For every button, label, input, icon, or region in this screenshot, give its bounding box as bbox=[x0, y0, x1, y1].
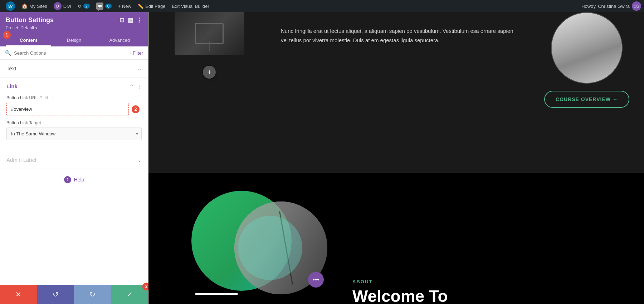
course-overview-button[interactable]: COURSE OVERVIEW → bbox=[544, 91, 629, 108]
tab-content[interactable]: 1 Content bbox=[6, 34, 51, 46]
cancel-button[interactable]: ✕ bbox=[0, 285, 37, 304]
add-element-button[interactable]: + bbox=[203, 66, 216, 79]
admin-label-chevron-icon: ⌄ bbox=[137, 157, 142, 163]
redo-icon: ↻ bbox=[89, 290, 96, 299]
url-help-icon[interactable]: ? bbox=[40, 95, 42, 100]
step-2-badge: 2 bbox=[132, 105, 140, 113]
about-label: ABOUT bbox=[352, 279, 630, 284]
undo-icon: ↺ bbox=[53, 290, 59, 299]
my-sites-item[interactable]: 🏠 My Sites bbox=[19, 0, 50, 12]
filter-button[interactable]: + Filter bbox=[129, 50, 143, 56]
circle-image-1 bbox=[551, 12, 623, 84]
tab-design-label: Design bbox=[67, 38, 81, 43]
divi-icon: D bbox=[54, 2, 62, 10]
admin-label-title: Admin Label bbox=[6, 157, 36, 163]
tab-design[interactable]: Design bbox=[51, 34, 97, 46]
sidebar-title-icons: ⊡ ▦ ⋮ bbox=[119, 17, 142, 24]
wordpress-logo-item[interactable]: W bbox=[3, 0, 18, 12]
link-more-icon[interactable]: ⋮ bbox=[137, 84, 142, 89]
admin-label-section: Admin Label ⌄ bbox=[0, 151, 148, 169]
link-section-actions: ⌃ ⋮ bbox=[130, 84, 142, 89]
exit-vb-label: Exit Visual Builder bbox=[172, 4, 209, 9]
url-reset-icon[interactable]: ↺ bbox=[44, 95, 48, 101]
search-bar: 🔍 + Filter bbox=[0, 46, 148, 60]
link-section-header[interactable]: Link ⌃ ⋮ bbox=[0, 78, 148, 95]
avatar[interactable]: CG bbox=[632, 1, 641, 11]
help-section[interactable]: ? Help bbox=[0, 169, 148, 190]
preset-label: Preset: Default bbox=[6, 25, 34, 30]
wp-admin-bar: W 🏠 My Sites D Divi ↻ 2 💬 0 + New ✏️ Edi… bbox=[0, 0, 644, 12]
main-layout: Button Settings ⊡ ▦ ⋮ Preset: Default ▾ … bbox=[0, 12, 644, 304]
redo-button[interactable]: ↻ bbox=[74, 285, 111, 304]
circle-img-inner bbox=[552, 13, 622, 83]
layout-icon[interactable]: ▦ bbox=[128, 17, 133, 24]
new-label: + New bbox=[118, 4, 131, 9]
help-circle-icon: ? bbox=[64, 176, 71, 183]
overlap-teal bbox=[238, 216, 302, 280]
step-1-badge: 1 bbox=[3, 31, 11, 39]
url-input[interactable] bbox=[7, 103, 128, 115]
copy-icon[interactable]: ⊡ bbox=[119, 17, 124, 24]
search-icon: 🔍 bbox=[5, 50, 11, 56]
undo-button[interactable]: ↺ bbox=[37, 285, 74, 304]
more-vert-icon[interactable]: ⋮ bbox=[137, 17, 142, 24]
link-section: Link ⌃ ⋮ Button Link URL ? ↺ ⋮ bbox=[0, 78, 148, 151]
link-target-select[interactable]: In The Same Window In The New Tab bbox=[6, 128, 142, 140]
canvas-right: COURSE OVERVIEW → bbox=[530, 12, 644, 173]
howdy-label: Howdy, Christina Gwira bbox=[581, 4, 630, 9]
admin-bar-right: Howdy, Christina Gwira CG bbox=[581, 1, 641, 11]
welcome-title: Welcome To bbox=[352, 287, 630, 304]
button-link-url-group: Button Link URL ? ↺ ⋮ 2 bbox=[6, 95, 142, 115]
headphone-image bbox=[175, 12, 244, 55]
cancel-icon: ✕ bbox=[15, 290, 21, 299]
sidebar: Button Settings ⊡ ▦ ⋮ Preset: Default ▾ … bbox=[0, 12, 148, 304]
comment-bubble-icon: 💬 bbox=[96, 3, 103, 10]
sidebar-header: Button Settings ⊡ ▦ ⋮ Preset: Default ▾ … bbox=[0, 12, 148, 46]
divi-label: Divi bbox=[63, 4, 71, 9]
canvas-left: + bbox=[148, 12, 270, 173]
button-link-target-label-text: Button Link Target bbox=[6, 120, 41, 125]
more-options-button[interactable]: ••• bbox=[308, 272, 324, 288]
exit-vb-item[interactable]: Exit Visual Builder bbox=[169, 0, 212, 12]
save-button[interactable]: ✓ 3 bbox=[111, 285, 148, 304]
section1-body-text: Nunc fringilla erat ut lectus aliquet, a… bbox=[281, 26, 519, 45]
url-input-wrapper bbox=[6, 103, 129, 115]
text-section: Text ⌄ bbox=[0, 60, 148, 78]
link-collapse-icon[interactable]: ⌃ bbox=[130, 84, 134, 89]
canvas-section-1: + Nunc fringilla erat ut lectus aliquet,… bbox=[148, 12, 644, 173]
filter-label: + Filter bbox=[129, 50, 143, 56]
canvas-section-2-right: ABOUT Welcome To bbox=[345, 173, 644, 304]
edit-page-item[interactable]: ✏️ Edit Page bbox=[135, 0, 168, 12]
progress-bar bbox=[195, 293, 238, 295]
tab-advanced[interactable]: Advanced bbox=[97, 34, 142, 46]
updates-item[interactable]: ↻ 2 bbox=[75, 0, 93, 12]
save-icon: ✓ bbox=[127, 290, 133, 299]
canvas: + Nunc fringilla erat ut lectus aliquet,… bbox=[148, 12, 644, 304]
url-more-icon[interactable]: ⋮ bbox=[50, 95, 55, 101]
search-input[interactable] bbox=[14, 50, 126, 56]
link-section-title: Link bbox=[6, 83, 18, 89]
comments-count: 2 bbox=[83, 4, 90, 9]
text-chevron-icon: ⌄ bbox=[137, 66, 142, 71]
headphone-visual bbox=[175, 12, 244, 55]
button-link-url-label: Button Link URL ? ↺ ⋮ bbox=[6, 95, 142, 101]
comment-count-label: 0 bbox=[105, 4, 112, 9]
edit-page-label: Edit Page bbox=[145, 4, 165, 9]
dark-section: + Nunc fringilla erat ut lectus aliquet,… bbox=[148, 12, 644, 173]
text-section-title: Text bbox=[6, 65, 16, 71]
tab-content-label: Content bbox=[20, 38, 37, 43]
button-link-url-label-text: Button Link URL bbox=[6, 95, 38, 100]
divi-item[interactable]: D Divi bbox=[51, 0, 74, 12]
new-item[interactable]: + New bbox=[115, 0, 134, 12]
course-overview-label: COURSE OVERVIEW → bbox=[556, 96, 618, 102]
sidebar-content: Text ⌄ Link ⌃ ⋮ Button Link bbox=[0, 60, 148, 285]
link-target-select-wrapper: In The Same Window In The New Tab ▾ bbox=[6, 128, 142, 140]
text-section-header[interactable]: Text ⌄ bbox=[0, 60, 148, 77]
sidebar-title: Button Settings bbox=[6, 16, 54, 24]
wordpress-logo: W bbox=[6, 1, 15, 11]
comments-item[interactable]: 💬 0 bbox=[93, 0, 114, 12]
canvas-section-2: ••• ABOUT Welcome To bbox=[148, 173, 644, 304]
admin-label-section-header[interactable]: Admin Label ⌄ bbox=[0, 151, 148, 169]
wire-shape bbox=[209, 41, 210, 51]
my-sites-label: My Sites bbox=[29, 4, 47, 9]
